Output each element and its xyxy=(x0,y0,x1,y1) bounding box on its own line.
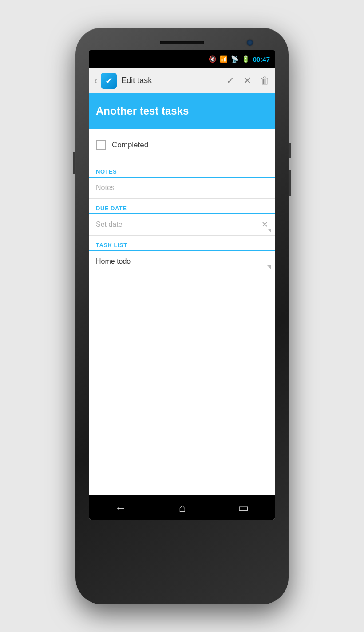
mute-icon: 🔇 xyxy=(209,55,216,63)
toolbar-title: Edit task xyxy=(121,76,226,85)
task-list-arrow-icon xyxy=(267,265,271,269)
check-icon: ✔ xyxy=(105,75,113,86)
notes-placeholder: Notes xyxy=(96,184,115,191)
date-arrow-icon xyxy=(267,229,271,232)
clear-date-button[interactable]: ✕ xyxy=(261,220,268,229)
app-screen: ‹ ✔ Edit task ✓ ✕ 🗑 Another test tasks xyxy=(89,68,275,520)
battery-icon: 🔋 xyxy=(242,55,249,63)
task-list-section-label: TASK LIST xyxy=(89,236,275,251)
signal-icon: 📡 xyxy=(231,55,238,63)
confirm-button[interactable]: ✓ xyxy=(226,75,234,87)
volume-button[interactable] xyxy=(73,152,75,174)
status-bar: 🔇 📶 📡 🔋 00:47 xyxy=(89,50,275,68)
screen: 🔇 📶 📡 🔋 00:47 ‹ ✔ Edit task ✓ ✕ 🗑 xyxy=(89,50,275,520)
front-camera xyxy=(247,40,253,46)
back-nav-button[interactable]: ← xyxy=(115,501,127,515)
completed-checkbox[interactable] xyxy=(96,140,106,150)
task-title: Another test tasks xyxy=(96,105,189,117)
home-nav-button[interactable]: ⌂ xyxy=(179,501,186,515)
recents-nav-button[interactable]: ▭ xyxy=(238,501,249,515)
due-date-section-label: DUE DATE xyxy=(89,199,275,214)
due-date-field[interactable]: Set date ✕ xyxy=(89,214,275,235)
task-list-field[interactable]: Home todo xyxy=(89,251,275,272)
wifi-icon: 📶 xyxy=(220,55,227,63)
completed-section: Completed xyxy=(89,129,275,162)
form-content: Another test tasks Completed NOTES Notes xyxy=(89,93,275,495)
cancel-button[interactable]: ✕ xyxy=(243,75,251,87)
completed-row: Completed xyxy=(96,136,268,154)
delete-button[interactable]: 🗑 xyxy=(260,75,270,87)
back-button[interactable]: ‹ xyxy=(94,75,97,87)
due-date-placeholder: Set date xyxy=(96,221,123,228)
volume-rocker[interactable] xyxy=(289,170,291,196)
status-time: 00:47 xyxy=(253,55,270,63)
power-button[interactable] xyxy=(289,143,291,158)
speaker xyxy=(160,41,204,44)
task-list-value: Home todo xyxy=(96,257,131,265)
completed-label: Completed xyxy=(112,141,148,150)
toolbar: ‹ ✔ Edit task ✓ ✕ 🗑 xyxy=(89,68,275,93)
phone-device: 🔇 📶 📡 🔋 00:47 ‹ ✔ Edit task ✓ ✕ 🗑 xyxy=(75,28,289,604)
toolbar-actions: ✓ ✕ 🗑 xyxy=(226,75,270,87)
app-icon: ✔ xyxy=(101,73,117,89)
notes-section-label: NOTES xyxy=(89,162,275,178)
bottom-nav: ← ⌂ ▭ xyxy=(89,495,275,520)
task-header: Another test tasks xyxy=(89,93,275,129)
notes-field[interactable]: Notes xyxy=(89,178,275,198)
phone-top-bar xyxy=(84,41,280,44)
